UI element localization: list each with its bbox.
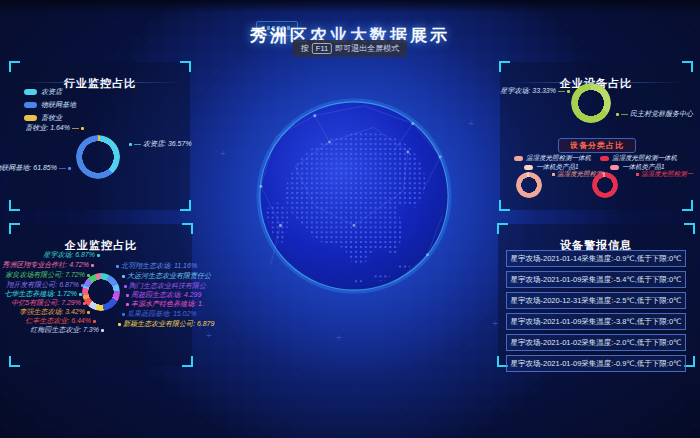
top-shade-band (0, 0, 700, 13)
corner-bracket (499, 61, 510, 72)
chart-callout: 北羽翔生态农场: 11.16% (116, 262, 197, 270)
alarm-row: 星宇农场-2021-01-09采集温度:-3.8℃,低于下限:0℃ (506, 313, 686, 330)
corner-bracket (182, 223, 193, 234)
legend-swatch (24, 89, 37, 95)
plus-decor (492, 318, 498, 329)
corner-bracket (682, 61, 693, 72)
corner-bracket (684, 223, 695, 234)
device-class-title: 设备分类占比 (558, 138, 636, 153)
legend-swatch (524, 165, 533, 170)
legend-swatch (600, 156, 609, 161)
panel-enterprise-device-ratio: 企业设备占比 星宇农场: 33.33% 民主村党群服务中心 设备分类占比 温湿度… (500, 62, 692, 210)
corner-bracket (9, 200, 20, 211)
legend-item[interactable]: 温湿度光照检测一体机 (514, 154, 591, 163)
industry-donut-chart[interactable] (76, 135, 120, 179)
chart-callout: 陶门生态农业科技有限公 (124, 282, 206, 290)
chart-callout: 丰源水产特色养殖场: 1. (126, 300, 204, 308)
panel-enterprise-monitor-ratio: 企业监控占比 星宇农场: 6.87% 秀洲区翔专业合作社: 4.72% 家良农场… (10, 224, 192, 366)
globe-visualization (256, 98, 452, 294)
corner-bracket (499, 200, 510, 211)
legend-swatch (24, 102, 37, 108)
corner-bracket (180, 200, 191, 211)
chart-callout: 大运河生态农业有限责任公 (122, 272, 211, 280)
alarm-row: 星宇农场-2021-01-02采集温度:-2.0℃,低于下限:0℃ (506, 334, 686, 351)
legend-swatch (24, 115, 37, 121)
industry-legend: 农资店 物联网基地 畜牧业 (24, 87, 76, 123)
corner-bracket (497, 223, 508, 234)
chart-callout: 家良农场有限公司: 7.72% (5, 271, 90, 279)
legend-item[interactable]: 畜牧业 (24, 113, 76, 123)
chart-callout: 红梅园生态农业: 7.3% (30, 326, 104, 334)
device-class-donut-left[interactable] (516, 172, 542, 198)
chart-callout: 中亿5有限公司: 7.29% (11, 299, 86, 307)
chart-callout: 七华生态养殖场: 1.72% (4, 290, 82, 298)
chart-callout: 仁丰生态农业: 6.44% (25, 317, 96, 325)
chart-callout: 农资店: 36.57% (129, 140, 192, 148)
corner-bracket (9, 61, 20, 72)
legend-swatch (514, 156, 523, 161)
chart-callout: 物联网基地: 61.85% (0, 164, 71, 172)
legend-label: 畜牧业 (41, 113, 62, 123)
chart-callout: 秀洲区翔专业合作社: 4.72% (2, 261, 94, 269)
legend-item[interactable]: 物联网基地 (24, 100, 76, 110)
chart-callout: 李强生态农场: 3.42% (19, 308, 90, 316)
legend-label: 物联网基地 (41, 100, 76, 110)
chart-callout: 瓜果蔬园基地: 15.02% (122, 310, 197, 318)
legend-swatch (610, 165, 619, 170)
chart-callout: 畜牧业: 1.64% (25, 124, 84, 132)
chart-callout: 翔开发有限公司: 6.87% (6, 281, 84, 289)
chart-callout: 星宇农场: 6.87% (43, 251, 100, 259)
dashboard-background: 秀洲区农业大数据展示 按 F11 即可退出全屏模式 (0, 0, 700, 438)
corner-bracket (682, 200, 693, 211)
legend-label: 农资店 (41, 87, 62, 97)
corner-bracket (9, 223, 20, 234)
enterprise-panel-title: 企业监控占比 (10, 238, 192, 253)
chart-callout: 民主村党群服务中心 (616, 110, 693, 118)
chart-callout: 星宇农场: 33.33% (500, 87, 570, 95)
alarm-list: 星宇农场-2021-01-14采集温度:-0.9℃,低于下限:0℃ 星宇农场-2… (506, 250, 686, 372)
chart-callout: 周超园生态农场: 4.299 (126, 291, 201, 299)
divider (18, 82, 182, 83)
panel-industry-monitor-ratio: 行业监控占比 农资店 物联网基地 畜牧业 畜牧业: 1.64% 农资店: 36.… (10, 62, 190, 210)
alarm-row: 星宇农场-2021-01-09采集温度:-0.9℃,低于下限:0℃ (506, 355, 686, 372)
device-donut-chart[interactable] (571, 83, 611, 123)
corner-bracket (182, 356, 193, 367)
alarm-row: 星宇农场-2021-01-09采集温度:-5.4℃,低于下限:0℃ (506, 271, 686, 288)
plus-decor (206, 330, 212, 341)
corner-bracket (180, 61, 191, 72)
corner-bracket (9, 356, 20, 367)
alarm-row: 星宇农场-2021-01-14采集温度:-0.9℃,低于下限:0℃ (506, 250, 686, 267)
device-class-donut-right[interactable] (592, 172, 618, 198)
chart-callout: 温湿度光照检测一 (636, 170, 693, 179)
legend-item[interactable]: 温湿度光照检测一体机 (600, 154, 677, 163)
panel-device-alarm-info: 设备警报信息 星宇农场-2021-01-14采集温度:-0.9℃,低于下限:0℃… (498, 224, 694, 366)
alarm-row: 星宇农场-2020-12-31采集温度:-2.5℃,低于下限:0℃ (506, 292, 686, 309)
chart-callout: 新颖生态农业有限公司: 6.879 (118, 320, 214, 328)
legend-item[interactable]: 农资店 (24, 87, 76, 97)
